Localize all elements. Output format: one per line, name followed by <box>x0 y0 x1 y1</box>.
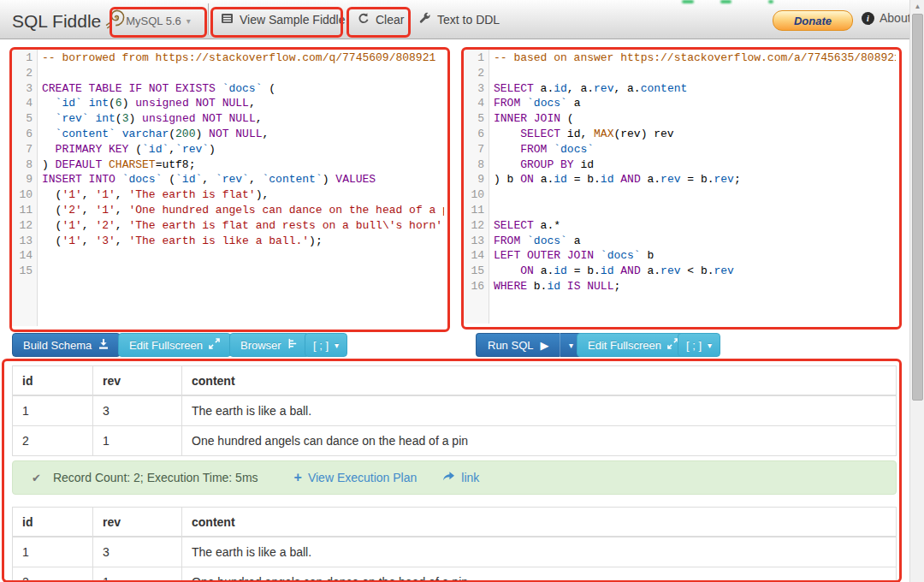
donate-label: Donate <box>794 15 832 27</box>
column-header-content: content <box>182 366 897 396</box>
scrollbar-thumb[interactable] <box>912 14 923 401</box>
build-schema-label: Build Schema <box>23 339 92 352</box>
caret-down-icon: ▾ <box>569 341 573 350</box>
table-row: 21One hundred angels can dance on the he… <box>13 567 897 582</box>
table-header-row: idrevcontent <box>13 366 897 396</box>
table-row: 13The earth is like a ball. <box>13 395 897 426</box>
clear-label: Clear <box>376 13 404 27</box>
share-link[interactable]: link <box>442 471 479 484</box>
info-icon: i <box>862 12 874 25</box>
result-table-1: idrevcontent13The earth is like a ball.2… <box>12 365 897 456</box>
table-cell: One hundred angels can dance on the head… <box>182 426 897 456</box>
run-sql-label: Run SQL <box>488 339 533 352</box>
query-code-area[interactable]: -- based on answer https://stackoverflow… <box>489 49 896 324</box>
terminator-label-left: [ ; ] <box>313 339 329 352</box>
table-cell: The earth is like a ball. <box>182 395 897 426</box>
db-version-dropdown[interactable]: MySQL 5.6 ▾ <box>116 9 200 32</box>
check-icon: ✔ <box>32 472 41 484</box>
caret-down-icon: ▾ <box>708 341 712 350</box>
cropped-mark <box>720 0 732 3</box>
about-button[interactable]: i About <box>862 11 911 25</box>
about-label: About <box>880 11 911 25</box>
execution-status-bar: ✔ Record Count: 2; Execution Time: 5ms +… <box>12 460 897 495</box>
column-header-content: content <box>182 508 897 537</box>
view-execution-plan-link[interactable]: + View Execution Plan <box>294 470 418 485</box>
table-row: 13The earth is like a ball. <box>13 537 897 567</box>
page-scrollbar: ▲ <box>909 0 924 582</box>
text-to-ddl-label: Text to DDL <box>437 13 500 27</box>
share-link-label: link <box>461 471 479 484</box>
terminator-label-right: [ ; ] <box>686 339 702 352</box>
query-line-numbers: 12345678910111213141516 <box>464 49 489 324</box>
caret-down-icon: ▾ <box>335 341 339 350</box>
view-sample-fiddle-label: View Sample Fiddle <box>240 13 345 27</box>
download-icon <box>98 338 110 353</box>
query-editor[interactable]: 12345678910111213141516 -- based on answ… <box>464 49 896 324</box>
wrench-icon <box>418 12 431 27</box>
edit-fullscreen-right-button[interactable]: Edit Fullscreen <box>577 333 690 357</box>
refresh-icon <box>357 12 370 27</box>
table-cell: 3 <box>93 537 182 567</box>
result-table-2: idrevcontent13The earth is like a ball.2… <box>12 507 897 582</box>
play-icon: ▶ <box>540 339 548 352</box>
app-logo: SQL Fiddle <box>12 8 128 35</box>
view-execution-plan-label: View Execution Plan <box>308 471 417 484</box>
scrollbar-up-arrow[interactable]: ▲ <box>910 0 924 13</box>
browser-label: Browser <box>240 339 281 352</box>
schema-code-area[interactable]: -- borrowed from https://stackoverflow.c… <box>38 49 444 326</box>
run-sql-split-button: Run SQL ▶ ▾ <box>476 333 582 357</box>
fullscreen-icon <box>209 338 220 352</box>
donate-button[interactable]: Donate <box>773 10 853 31</box>
terminator-dropdown-right[interactable]: [ ; ] ▾ <box>678 333 720 357</box>
schema-editor[interactable]: 123456789101112131415 -- borrowed from h… <box>12 49 444 326</box>
table-cell: 2 <box>13 567 93 582</box>
table-cell: The earth is like a ball. <box>182 537 897 567</box>
top-toolbar: SQL Fiddle MySQL 5.6 ▾ View Sample Fiddl… <box>0 0 909 39</box>
list-icon <box>221 12 234 27</box>
sql-fiddle-app: SQL Fiddle MySQL 5.6 ▾ View Sample Fiddl… <box>0 0 924 582</box>
table-header-row: idrevcontent <box>13 508 897 537</box>
chevron-down-icon: ▾ <box>187 16 191 26</box>
edit-fullscreen-left-button[interactable]: Edit Fullscreen <box>118 333 231 357</box>
build-schema-button[interactable]: Build Schema <box>12 333 121 357</box>
schema-line-numbers: 123456789101112131415 <box>12 49 38 326</box>
clear-button[interactable]: Clear <box>357 9 404 31</box>
record-count-text: Record Count: 2; Execution Time: 5ms <box>53 471 258 484</box>
column-header-id: id <box>13 508 93 537</box>
run-sql-button[interactable]: Run SQL ▶ <box>476 333 560 357</box>
terminator-dropdown-left[interactable]: [ ; ] ▾ <box>305 333 347 357</box>
plus-icon: + <box>294 470 302 485</box>
column-header-rev: rev <box>93 508 182 537</box>
browser-button[interactable]: Browser <box>229 333 310 357</box>
cropped-mark <box>768 0 773 3</box>
table-cell: 3 <box>93 395 182 426</box>
toolbar-divider <box>208 3 210 35</box>
app-title: SQL Fiddle <box>12 11 101 32</box>
column-header-rev: rev <box>93 366 182 396</box>
view-sample-fiddle-button[interactable]: View Sample Fiddle <box>221 9 345 31</box>
table-cell: 1 <box>93 567 182 582</box>
edit-fullscreen-left-label: Edit Fullscreen <box>129 339 203 352</box>
share-arrow-icon <box>442 471 455 484</box>
column-header-id: id <box>13 366 93 396</box>
edit-fullscreen-right-label: Edit Fullscreen <box>588 339 661 352</box>
tree-icon <box>287 338 299 352</box>
db-version-label: MySQL 5.6 <box>126 15 181 27</box>
table-cell: One hundred angels can dance on the head… <box>182 567 897 582</box>
table-cell: 1 <box>13 395 93 426</box>
table-row: 21One hundred angels can dance on the he… <box>13 426 897 456</box>
table-cell: 2 <box>13 426 93 456</box>
text-to-ddl-button[interactable]: Text to DDL <box>418 9 500 31</box>
cropped-mark <box>682 0 694 3</box>
table-cell: 1 <box>13 537 93 567</box>
table-cell: 1 <box>93 426 182 456</box>
